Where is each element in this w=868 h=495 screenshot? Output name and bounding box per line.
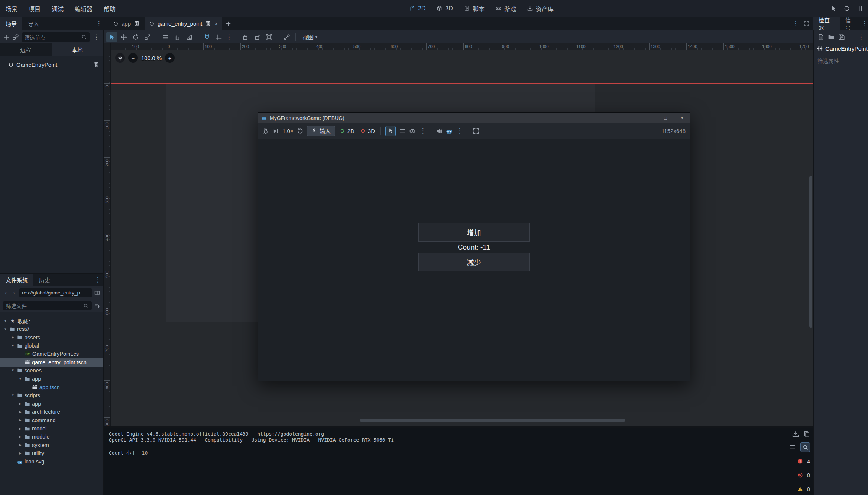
dock-tab-signals[interactable]: 信号: [840, 17, 861, 30]
close-tab-icon[interactable]: ×: [214, 20, 218, 27]
resource-options-menu-icon[interactable]: ⋮: [857, 33, 865, 41]
tree-item-favorites[interactable]: ▼★收藏：: [0, 317, 103, 325]
current-path[interactable]: res://global/game_entry_p: [19, 288, 92, 297]
tab-local[interactable]: 本地: [52, 43, 103, 56]
playback-speed[interactable]: 1.0×: [282, 128, 294, 134]
zoom-level[interactable]: 100.0 %: [141, 55, 162, 61]
tree-item-folder-assets[interactable]: ▶assets: [0, 333, 103, 342]
tree-item-folder-app[interactable]: ▼app: [0, 375, 103, 383]
workspace-tab-2d[interactable]: 2D: [405, 3, 430, 14]
tree-arrow-icon[interactable]: ▶: [18, 410, 23, 414]
pan-tool-button[interactable]: [172, 32, 182, 42]
input-toggle-button[interactable]: 输入: [307, 126, 335, 136]
reset-speed-icon[interactable]: [297, 128, 304, 134]
tree-item-folder-module[interactable]: ▶module: [0, 433, 103, 441]
save-resource-icon[interactable]: [838, 34, 845, 40]
scrollbar-thumb[interactable]: [360, 419, 625, 422]
filesystem-menu-icon[interactable]: ⋮: [94, 276, 101, 284]
tree-item-folder-model[interactable]: ▶model: [0, 424, 103, 433]
tree-item-folder-scripts-app[interactable]: ▶app: [0, 400, 103, 408]
audio-mute-icon[interactable]: [436, 128, 443, 134]
add-node-icon[interactable]: [3, 34, 10, 40]
select-tool-button[interactable]: [106, 32, 117, 42]
tree-arrow-icon[interactable]: ▶: [18, 402, 23, 406]
menu-item[interactable]: 帮助: [98, 0, 121, 17]
game-debug-window[interactable]: MyGFrameworkGame (DEBUG) ─ □ × 1.0× 输入: [258, 112, 690, 381]
zoom-in-button[interactable]: +: [165, 53, 175, 63]
workspace-tab-3d[interactable]: 3D: [432, 3, 457, 14]
scene-tab-game-entry-point[interactable]: game_entry_point ×: [145, 17, 222, 30]
tree-arrow-icon[interactable]: ▶: [18, 443, 23, 447]
tree-item-res-root[interactable]: ▼res://: [0, 325, 103, 333]
increase-button[interactable]: 增加: [418, 223, 530, 242]
menu-item[interactable]: 项目: [23, 0, 46, 17]
decrease-button[interactable]: 减少: [418, 253, 530, 271]
move-tool-button[interactable]: [118, 32, 129, 42]
godot-head-icon[interactable]: [446, 128, 453, 134]
dock-tab-inspector[interactable]: 检查器: [813, 17, 840, 30]
filter-properties-input[interactable]: 筛选属性: [814, 56, 868, 66]
skeleton-options-button[interactable]: [281, 32, 292, 42]
scale-tool-button[interactable]: [142, 32, 153, 42]
game-options-menu-icon[interactable]: ⋮: [419, 127, 427, 135]
menu-item[interactable]: 调试: [46, 0, 69, 17]
unlock-node-button[interactable]: [252, 32, 262, 42]
tree-item-folder-scripts[interactable]: ▼scripts: [0, 391, 103, 400]
dock-tab-import[interactable]: 导入: [22, 17, 45, 30]
clear-output-icon[interactable]: [792, 431, 799, 437]
snap-options-menu-icon[interactable]: ⋮: [225, 33, 233, 41]
vertical-scrollbar[interactable]: [809, 50, 813, 426]
tree-arrow-icon[interactable]: ▶: [10, 336, 15, 339]
minimize-button[interactable]: ─: [641, 113, 657, 123]
game-list-select-icon[interactable]: [399, 128, 406, 134]
visibility-icon[interactable]: [409, 128, 416, 134]
menu-item[interactable]: 编辑器: [69, 0, 98, 17]
nav-forward-icon[interactable]: ›: [11, 289, 17, 297]
list-select-button[interactable]: [160, 32, 171, 42]
workspace-tab-game[interactable]: 游戏: [491, 3, 521, 14]
tab-remote[interactable]: 远程: [0, 43, 52, 56]
filter-files-input[interactable]: 筛选文件: [3, 301, 92, 310]
tree-item-file-app-tscn[interactable]: app.tscn: [0, 383, 103, 391]
debugger-icon[interactable]: [262, 128, 269, 134]
search-output-button[interactable]: [800, 442, 810, 452]
tree-item-file-game-entry-point-tscn[interactable]: game_entry_point.tscn: [0, 358, 103, 366]
ruler-tool-button[interactable]: [184, 32, 194, 42]
tree-arrow-icon[interactable]: ▶: [18, 435, 23, 439]
instance-scene-icon[interactable]: [12, 34, 19, 40]
inspector-dock-menu-icon[interactable]: ⋮: [861, 20, 868, 27]
horizontal-scrollbar[interactable]: [111, 418, 809, 423]
game-select-tool-button[interactable]: [385, 126, 396, 136]
scene-tree-menu-icon[interactable]: ⋮: [93, 33, 100, 41]
view-menu-button[interactable]: 视图 ▾: [299, 33, 321, 41]
restart-icon[interactable]: [843, 5, 850, 12]
mode-2d-button[interactable]: 2D: [339, 128, 356, 134]
tree-item-file-icon-svg[interactable]: icon.svg: [0, 457, 103, 466]
game-window-titlebar[interactable]: MyGFrameworkGame (DEBUG) ─ □ ×: [258, 113, 690, 123]
grid-snap-button[interactable]: [213, 32, 224, 42]
toggle-split-mode-icon[interactable]: [94, 290, 100, 296]
mouse-mode-icon[interactable]: [830, 5, 837, 12]
distraction-free-icon[interactable]: [804, 21, 809, 26]
tree-arrow-icon[interactable]: ▶: [18, 419, 23, 422]
group-node-button[interactable]: [263, 32, 274, 42]
workspace-tab-assetlib[interactable]: 资产库: [523, 3, 558, 14]
tree-item-folder-command[interactable]: ▶command: [0, 416, 103, 424]
dock-tab-history[interactable]: 历史: [33, 273, 56, 287]
mode-3d-button[interactable]: 3D: [359, 128, 376, 134]
center-view-icon[interactable]: [115, 53, 125, 63]
workspace-tab-script[interactable]: 脚本: [460, 3, 489, 14]
warning-badge[interactable]: 0: [797, 484, 810, 493]
close-button[interactable]: ×: [674, 113, 690, 123]
tree-arrow-icon[interactable]: ▶: [18, 452, 23, 455]
smart-snap-button[interactable]: [201, 32, 212, 42]
scene-dock-menu-icon[interactable]: ⋮: [95, 20, 103, 27]
more-options-menu-icon[interactable]: ⋮: [456, 127, 463, 135]
tree-item-folder-utility[interactable]: ▶utility: [0, 449, 103, 457]
tree-arrow-icon[interactable]: ▼: [10, 394, 15, 397]
tab-list-menu-icon[interactable]: ⋮: [792, 20, 799, 27]
2d-viewport-canvas[interactable]: − 100.0 % + MyGFrameworkGame (DEBUG) ─ □…: [111, 50, 813, 426]
dock-tab-filesystem[interactable]: 文件系统: [0, 273, 33, 287]
tree-item-folder-scenes[interactable]: ▼scenes: [0, 367, 103, 375]
tree-item-file-gameentrypoint-cs[interactable]: C#GameEntryPoint.cs: [0, 350, 103, 358]
